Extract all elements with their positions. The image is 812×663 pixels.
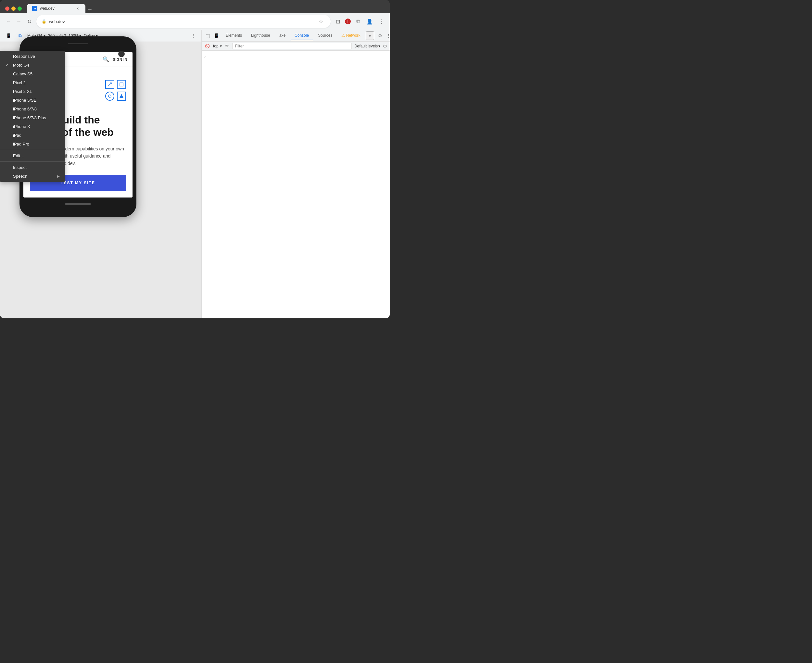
log-level-selector[interactable]: Default levels ▾: [354, 44, 380, 49]
dropdown-item-iphone-x[interactable]: iPhone X: [0, 122, 65, 131]
account-icon: 👤: [366, 18, 373, 25]
svg-point-1: [108, 95, 111, 97]
dropdown-item-iphone-678[interactable]: iPhone 6/7/8: [0, 105, 65, 113]
console-settings-button[interactable]: ⚙: [383, 44, 387, 49]
dropdown-item-responsive[interactable]: Responsive: [0, 52, 65, 61]
sign-in-button[interactable]: SIGN IN: [113, 58, 128, 61]
dropdown-item-speech[interactable]: Speech ▶: [0, 172, 65, 181]
menu-button[interactable]: ⋮: [377, 17, 386, 26]
tab-console[interactable]: Console: [291, 31, 313, 40]
traffic-lights: [5, 6, 22, 11]
extension-badge: !: [345, 18, 351, 24]
profile-button[interactable]: 👤: [365, 17, 374, 26]
log-level-label: Default levels: [354, 44, 378, 49]
inspect-element-button[interactable]: ⬚: [204, 31, 211, 40]
cancel-icon: 🚫: [205, 44, 210, 49]
dropdown-item-label: Responsive: [13, 54, 35, 59]
puzzle-icon: ⧉: [356, 18, 360, 24]
cast-icon: ⊡: [336, 18, 340, 25]
chrome-window: w web.dev ✕ + ← → ↻ 🔒 web.dev ☆: [0, 0, 390, 319]
dropdown-item-pixel-2[interactable]: Pixel 2: [0, 78, 65, 87]
devtools-panel: ⬚ 📱 Elements Lighthouse axe Console: [201, 30, 390, 319]
tab-title: web.dev: [40, 6, 73, 11]
address-bar[interactable]: 🔒 web.dev ☆: [36, 15, 331, 28]
dropdown-item-pixel-2-xl[interactable]: Pixel 2 XL: [0, 87, 65, 96]
dropdown-item-ipad[interactable]: iPad: [0, 131, 65, 140]
context-selector[interactable]: top ▾: [213, 44, 222, 49]
back-button[interactable]: ←: [4, 17, 13, 26]
dropdown-item-inspect[interactable]: Inspect: [0, 163, 65, 172]
context-label: top: [213, 44, 219, 49]
gear-icon: ⚙: [378, 33, 382, 38]
clear-console-button[interactable]: 🚫: [204, 43, 210, 49]
close-button[interactable]: [5, 6, 10, 11]
search-icon[interactable]: 🔍: [103, 56, 109, 62]
devtools-settings-button[interactable]: ⚙: [377, 32, 384, 40]
fullscreen-button[interactable]: [18, 6, 22, 11]
tab-axe[interactable]: axe: [275, 31, 289, 40]
phone-speaker: [68, 43, 88, 44]
tab-lighthouse[interactable]: Lighthouse: [247, 31, 274, 40]
eye-button[interactable]: 👁: [224, 43, 230, 49]
more-options-button[interactable]: ⋮: [189, 32, 197, 39]
lock-icon: 🔒: [42, 19, 47, 24]
extensions-button[interactable]: ⧉: [354, 17, 362, 26]
device-dropdown-menu: Responsive ✓ Moto G4 Galaxy S5 Pixel 2: [0, 51, 65, 182]
browser-viewport: 📱 ⧉ Moto G4 ▾ 360 × 640 100% ▾: [0, 30, 201, 319]
more-tabs-button[interactable]: »: [366, 32, 375, 40]
tab-close-button[interactable]: ✕: [75, 6, 80, 11]
browser-actions: ⊡ ! ⧉ 👤 ⋮: [333, 17, 386, 26]
mobile-icon: 📱: [214, 33, 219, 38]
bookmark-button[interactable]: ☆: [316, 17, 326, 26]
title-bar: w web.dev ✕ +: [0, 0, 390, 13]
context-dropdown-arrow: ▾: [220, 44, 222, 49]
dropdown-item-label: iPad Pro: [13, 142, 29, 147]
dropdown-item-label: Speech: [13, 174, 27, 179]
dropdown-item-label: Galaxy S5: [13, 71, 32, 76]
dropdown-item-edit[interactable]: Edit...: [0, 151, 65, 160]
submenu-arrow-icon: ▶: [57, 175, 60, 178]
more-icon: ⋮: [379, 18, 384, 25]
gear-icon: ⚙: [383, 44, 387, 49]
svg-rect-0: [120, 83, 123, 86]
dropdown-item-label: Inspect: [13, 165, 27, 170]
forward-button[interactable]: →: [14, 17, 23, 26]
dropdown-item-label: iPad: [13, 133, 21, 138]
new-tab-button[interactable]: +: [86, 6, 95, 13]
svg-marker-2: [120, 95, 123, 98]
cast-button[interactable]: ⊡: [333, 17, 342, 26]
console-content: ›: [202, 51, 390, 319]
dropdown-item-galaxy-s5[interactable]: Galaxy S5: [0, 70, 65, 78]
tab-network[interactable]: ⚠ Network: [337, 31, 364, 40]
dropdown-item-label: iPhone 6/7/8 Plus: [13, 115, 46, 120]
phone-home-bar: [65, 203, 91, 205]
device-toggle-button[interactable]: 📱: [4, 31, 13, 40]
tab-sources[interactable]: Sources: [314, 31, 336, 40]
forward-icon: →: [16, 18, 21, 24]
dropdown-item-iphone-678-plus[interactable]: iPhone 6/7/8 Plus: [0, 113, 65, 122]
console-filter-input[interactable]: [232, 43, 352, 49]
star-icon: ☆: [319, 18, 323, 25]
tab-elements[interactable]: Elements: [222, 31, 246, 40]
dropdown-item-iphone-5se[interactable]: iPhone 5/SE: [0, 96, 65, 105]
console-prompt-chevron[interactable]: ›: [204, 54, 206, 59]
dropdown-item-label: iPhone 6/7/8: [13, 107, 37, 112]
address-actions: ☆: [316, 17, 326, 26]
devtools-more-button[interactable]: ⋮: [385, 32, 390, 40]
dropdown-item-ipad-pro[interactable]: iPad Pro: [0, 140, 65, 149]
dropdown-item-label: iPhone X: [13, 124, 30, 129]
refresh-button[interactable]: ↻: [25, 17, 34, 26]
nav-buttons: ← → ↻: [4, 17, 34, 26]
device-icon: 📱: [6, 33, 11, 38]
hero-icon-triangle: [117, 92, 126, 101]
cursor-icon: ⬚: [206, 33, 210, 38]
hero-icon-circle: [105, 92, 114, 101]
eye-icon: 👁: [225, 44, 229, 49]
dropdown-item-moto-g4[interactable]: ✓ Moto G4: [0, 61, 65, 70]
minimize-button[interactable]: [11, 6, 16, 11]
tab-webdev[interactable]: w web.dev ✕: [27, 4, 86, 13]
device-mode-button[interactable]: 📱: [212, 31, 221, 40]
hero-icon-arrow: [105, 80, 114, 89]
dropdown-separator: [0, 150, 65, 150]
refresh-icon: ↻: [27, 18, 32, 25]
